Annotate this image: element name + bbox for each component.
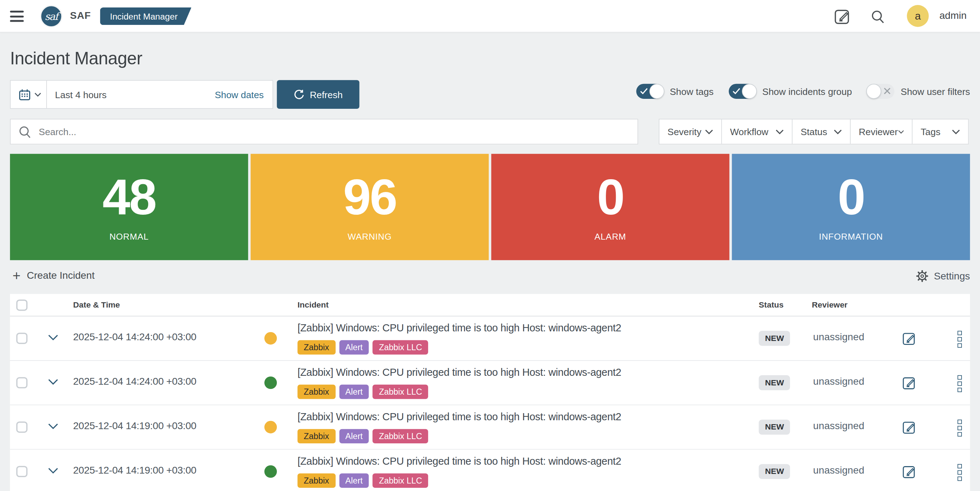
- edit-icon[interactable]: [902, 421, 916, 434]
- tag-badge[interactable]: Zabbix: [298, 340, 335, 354]
- tag-badge[interactable]: Alert: [339, 473, 369, 488]
- tag-badge[interactable]: Zabbix LLC: [373, 429, 428, 443]
- filter-reviewer[interactable]: Reviewer: [850, 120, 912, 144]
- column-header-incident: Incident: [298, 300, 329, 309]
- username[interactable]: admin: [940, 10, 967, 21]
- tag-badge[interactable]: Zabbix: [298, 429, 335, 443]
- saf-logo[interactable]: saf: [40, 5, 62, 27]
- severity-dot: [264, 332, 277, 344]
- filter-bar: Severity Workflow Status Reviewer Tags: [659, 119, 969, 144]
- brand-label: SAF: [70, 10, 91, 21]
- tag-badge[interactable]: Zabbix LLC: [373, 385, 428, 399]
- refresh-icon: [293, 89, 304, 100]
- edit-icon[interactable]: [902, 376, 916, 390]
- severity-counters: 48 NORMAL 96 WARNING 0 ALARM 0 INFORMATI…: [10, 154, 970, 260]
- table-row: 2025-12-04 14:24:00 +03:00 [Zabbix] Wind…: [10, 361, 970, 405]
- x-icon: [884, 88, 891, 94]
- search-icon[interactable]: [871, 10, 885, 24]
- severity-dot: [264, 376, 277, 389]
- show-incidents-group-toggle[interactable]: [729, 84, 756, 99]
- filter-severity[interactable]: Severity: [660, 120, 721, 144]
- page-title: Incident Manager: [10, 49, 142, 69]
- app-badge[interactable]: Incident Manager: [100, 8, 191, 25]
- tag-badge[interactable]: Zabbix: [298, 385, 335, 399]
- show-tags-toggle[interactable]: [636, 84, 663, 99]
- incidents-table: Date & Time Incident Status Reviewer 202…: [10, 294, 970, 491]
- filter-workflow[interactable]: Workflow: [721, 120, 792, 144]
- incident-title[interactable]: [Zabbix] Windows: CPU privileged time is…: [298, 411, 621, 423]
- row-checkbox[interactable]: [16, 377, 28, 389]
- check-icon: [640, 88, 648, 95]
- tag-badge[interactable]: Zabbix: [298, 473, 335, 488]
- chevron-down-icon: [705, 129, 713, 134]
- severity-dot: [264, 465, 277, 478]
- reviewer-value[interactable]: unassigned: [813, 420, 864, 432]
- avatar[interactable]: a: [907, 5, 929, 27]
- reviewer-value[interactable]: unassigned: [813, 465, 864, 476]
- tag-badge[interactable]: Alert: [339, 340, 369, 354]
- row-checkbox[interactable]: [16, 466, 28, 477]
- table-header: Date & Time Incident Status Reviewer: [10, 294, 970, 316]
- row-menu-kebab-icon[interactable]: [958, 464, 962, 481]
- counter-warning[interactable]: 96 WARNING: [250, 154, 488, 260]
- severity-dot: [264, 421, 277, 434]
- hamburger-menu-icon[interactable]: [10, 11, 24, 22]
- tag-badge[interactable]: Zabbix LLC: [373, 473, 428, 488]
- tag-badge[interactable]: Zabbix LLC: [373, 340, 428, 354]
- counter-label: INFORMATION: [819, 231, 883, 241]
- show-tags-label: Show tags: [670, 86, 713, 97]
- counter-value: 0: [837, 172, 864, 223]
- show-dates-link[interactable]: Show dates: [215, 89, 272, 100]
- settings-button[interactable]: Settings: [916, 270, 970, 282]
- incident-title[interactable]: [Zabbix] Windows: CPU privileged time is…: [298, 456, 621, 467]
- refresh-button[interactable]: Refresh: [277, 80, 359, 109]
- select-all-checkbox[interactable]: [16, 300, 28, 311]
- counter-information[interactable]: 0 INFORMATION: [732, 154, 970, 260]
- counter-normal[interactable]: 48 NORMAL: [10, 154, 248, 260]
- tag-badge[interactable]: Alert: [339, 429, 369, 443]
- counter-alarm[interactable]: 0 ALARM: [492, 154, 730, 260]
- incident-title[interactable]: [Zabbix] Windows: CPU privileged time is…: [298, 322, 621, 334]
- edit-icon[interactable]: [902, 465, 916, 478]
- chevron-down-icon[interactable]: [48, 379, 58, 386]
- date-range-picker[interactable]: Last 4 hours Show dates: [10, 80, 273, 109]
- view-toggles: Show tags Show incidents group Show user…: [636, 84, 970, 99]
- chevron-down-icon[interactable]: [48, 335, 58, 341]
- row-datetime: 2025-12-04 14:24:00 +03:00: [73, 332, 197, 343]
- chevron-down-icon[interactable]: [48, 424, 58, 430]
- toggle-knob: [741, 84, 757, 99]
- incident-title[interactable]: [Zabbix] Windows: CPU privileged time is…: [298, 367, 621, 378]
- tag-badge[interactable]: Alert: [339, 385, 369, 399]
- chevron-down-icon: [776, 129, 784, 134]
- show-user-filters-label: Show user filters: [901, 86, 970, 97]
- create-incident-button[interactable]: + Create Incident: [13, 270, 94, 282]
- column-header-status: Status: [759, 300, 783, 309]
- check-icon: [732, 88, 740, 95]
- status-badge: NEW: [759, 419, 790, 434]
- row-datetime: 2025-12-04 14:19:00 +03:00: [73, 465, 197, 476]
- reviewer-value[interactable]: unassigned: [813, 376, 864, 387]
- calendar-dropdown[interactable]: [11, 89, 46, 100]
- gear-icon: [916, 270, 928, 282]
- row-checkbox[interactable]: [16, 422, 28, 433]
- time-range-value: Last 4 hours: [47, 89, 215, 100]
- row-menu-kebab-icon[interactable]: [958, 419, 962, 436]
- filter-status[interactable]: Status: [792, 120, 850, 144]
- row-checkbox[interactable]: [16, 333, 28, 344]
- incident-manager-app: saf SAF Incident Manager a admin Inciden…: [0, 0, 980, 491]
- row-menu-kebab-icon[interactable]: [958, 375, 962, 392]
- search-input[interactable]: [39, 126, 638, 137]
- chevron-down-icon[interactable]: [48, 468, 58, 474]
- calendar-icon: [19, 89, 30, 100]
- row-menu-kebab-icon[interactable]: [958, 331, 962, 348]
- reviewer-value[interactable]: unassigned: [813, 332, 864, 343]
- filter-tags[interactable]: Tags: [912, 120, 968, 144]
- toggle-knob: [649, 84, 664, 99]
- edit-icon[interactable]: [902, 332, 916, 345]
- show-user-filters-toggle[interactable]: [867, 84, 894, 99]
- tag-list: Zabbix Alert Zabbix LLC: [298, 473, 428, 488]
- compose-icon[interactable]: [834, 9, 850, 24]
- table-row: 2025-12-04 14:19:00 +03:00 [Zabbix] Wind…: [10, 405, 970, 450]
- tag-list: Zabbix Alert Zabbix LLC: [298, 429, 428, 443]
- column-header-datetime: Date & Time: [73, 300, 120, 309]
